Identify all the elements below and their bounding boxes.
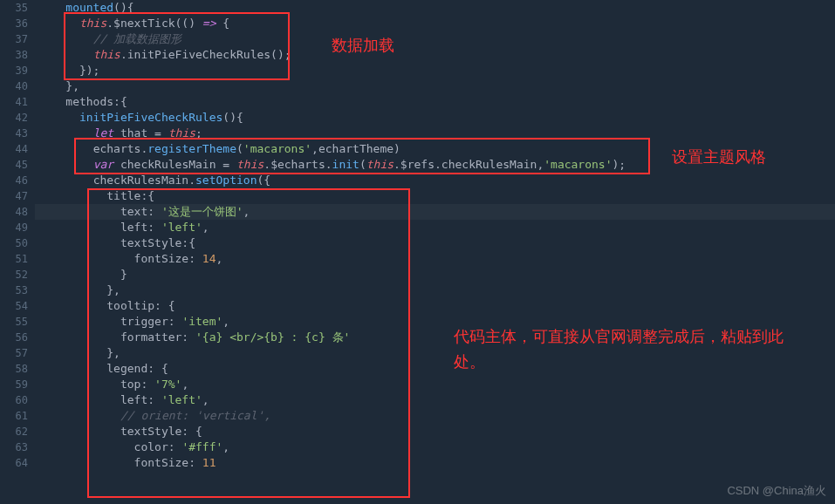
line-number: 35 [0,0,28,16]
line-number: 62 [0,424,28,439]
watermark: CSDN @China渔火 [727,483,826,499]
line-number: 48 [0,204,28,220]
code-line: left: 'left', [38,392,835,408]
line-number: 52 [0,267,28,283]
code-line: var checkRulesMain = this.$echarts.init(… [38,157,835,173]
line-number: 64 [0,455,28,471]
line-number: 50 [0,235,28,251]
code-line: }, [38,283,835,298]
code-line: left: 'left', [38,220,835,235]
code-line: fontSize: 14, [38,251,835,267]
code-line: let that = this; [38,126,835,141]
line-number: 38 [0,47,28,63]
code-line: } [38,267,835,283]
line-number: 56 [0,330,28,345]
code-line: // orient: 'vertical', [38,408,835,424]
code-line: this.initPieFiveCheckRules(); [38,47,835,63]
code-line: textStyle: { [38,424,835,439]
code-editor[interactable]: 35 36 37 38 39 40 41 42 43 44 45 46 47 4… [0,0,835,504]
line-number: 40 [0,78,28,94]
code-line: top: '7%', [38,377,835,392]
line-number: 46 [0,173,28,188]
line-number: 55 [0,314,28,330]
line-number: 49 [0,220,28,235]
code-line: fontSize: 11 [38,455,835,471]
code-line: }); [38,63,835,78]
code-line: text: '这是一个饼图', [38,204,835,220]
line-number: 45 [0,157,28,173]
line-number: 53 [0,283,28,298]
code-line: }, [38,345,835,361]
code-line: title:{ [38,188,835,204]
code-line: textStyle:{ [38,235,835,251]
line-number: 61 [0,408,28,424]
code-line: initPieFiveCheckRules(){ [38,110,835,126]
line-number: 60 [0,392,28,408]
line-number: 41 [0,94,28,110]
code-line: echarts.registerTheme('macarons',echartT… [38,141,835,157]
line-number: 37 [0,31,28,47]
line-number: 63 [0,439,28,455]
line-number: 57 [0,345,28,361]
line-number: 42 [0,110,28,126]
code-line: // 加载数据图形 [38,31,835,47]
code-line: tooltip: { [38,298,835,314]
code-line: checkRulesMain.setOption({ [38,173,835,188]
line-number: 59 [0,377,28,392]
code-line: legend: { [38,361,835,377]
line-number-gutter: 35 36 37 38 39 40 41 42 43 44 45 46 47 4… [0,0,35,504]
line-number: 51 [0,251,28,267]
line-number: 36 [0,16,28,31]
line-number: 54 [0,298,28,314]
code-line: color: '#fff', [38,439,835,455]
line-number: 47 [0,188,28,204]
code-line: trigger: 'item', [38,314,835,330]
code-area[interactable]: mounted(){ this.$nextTick(() => { // 加载数… [35,0,835,504]
line-number: 43 [0,126,28,141]
line-number: 58 [0,361,28,377]
code-line: methods:{ [38,94,835,110]
line-number: 39 [0,63,28,78]
code-line: formatter: '{a} <br/>{b} : {c} 条' [38,330,835,345]
code-line: }, [38,78,835,94]
line-number: 44 [0,141,28,157]
code-line: mounted(){ [38,0,835,16]
code-line: this.$nextTick(() => { [38,16,835,31]
